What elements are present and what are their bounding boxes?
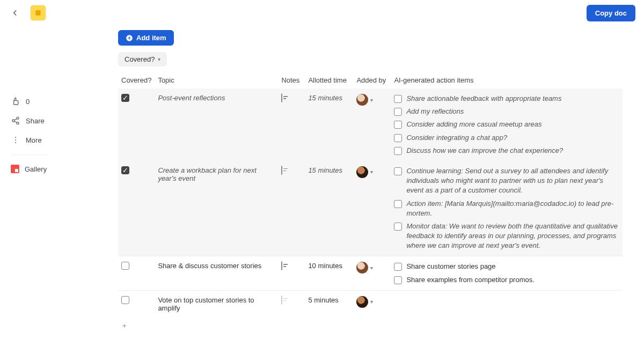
more-icon — [11, 135, 20, 145]
ai-checkbox[interactable] — [394, 121, 402, 129]
svg-rect-0 — [35, 10, 40, 15]
time-cell: 15 minutes — [305, 88, 353, 161]
share-label: Share — [26, 117, 45, 125]
avatar[interactable] — [356, 94, 368, 106]
col-notes: Notes — [278, 72, 305, 88]
covered-checkbox[interactable] — [121, 296, 129, 304]
ai-action-item: Share customer stories page — [394, 262, 619, 271]
covered-checkbox[interactable]: ✓ — [121, 166, 129, 174]
ai-item-text: Share customer stories page — [406, 262, 495, 271]
ai-checkbox[interactable] — [394, 223, 402, 231]
ai-action-item: Consider adding more casual meetup areas — [394, 120, 619, 129]
notes-icon[interactable] — [281, 166, 282, 175]
share-button[interactable]: Share — [11, 116, 64, 125]
avatar[interactable] — [356, 166, 368, 178]
add-row-button[interactable]: + — [118, 317, 623, 334]
chevron-down-icon[interactable]: ▾ — [370, 97, 373, 103]
ai-item-text: Add my reflections — [406, 107, 464, 116]
svg-point-3 — [17, 122, 19, 124]
ai-checkbox[interactable] — [394, 167, 402, 175]
chevron-down-icon[interactable]: ▾ — [370, 169, 373, 175]
agenda-table: Covered? Topic Notes Allotted time Added… — [118, 72, 623, 317]
ai-action-item: Share examples from competitor promos. — [394, 275, 619, 285]
ai-item-text: Action item: [Maria Marquis](mailto:mari… — [406, 199, 619, 218]
ai-action-item: Discuss how we can improve the chat expe… — [394, 146, 619, 156]
topic-cell: Post-event reflections — [155, 88, 278, 161]
ai-item-text: Continue learning: Send out a survey to … — [406, 166, 619, 196]
more-button[interactable]: More — [11, 135, 64, 145]
table-row[interactable]: ✓Post-event reflections15 minutes▾Share … — [118, 88, 623, 161]
ai-item-text: Share actionable feedback with appropria… — [406, 94, 561, 104]
share-icon — [11, 116, 20, 125]
more-label: More — [26, 136, 42, 144]
add-item-button[interactable]: Add item — [118, 30, 174, 46]
avatar[interactable] — [356, 296, 368, 308]
topic-cell: Vote on top customer stories to amplify — [155, 290, 278, 317]
like-button[interactable]: 0 — [11, 97, 64, 106]
ai-checkbox[interactable] — [394, 134, 402, 142]
svg-point-5 — [15, 139, 16, 141]
chevron-down-icon[interactable]: ▾ — [370, 265, 373, 271]
table-row[interactable]: ✓Create a workback plan for next year's … — [118, 161, 623, 256]
svg-point-4 — [15, 137, 16, 138]
ai-action-item: Continue learning: Send out a survey to … — [394, 166, 619, 196]
time-cell: 15 minutes — [305, 161, 353, 256]
ai-action-item: Add my reflections — [394, 107, 619, 116]
col-added: Added by — [353, 72, 391, 88]
covered-checkbox[interactable] — [121, 262, 129, 270]
ai-item-text: Share examples from competitor promos. — [406, 275, 534, 285]
chevron-down-icon: ▾ — [158, 56, 160, 62]
ai-item-text: Discuss how we can improve the chat expe… — [406, 146, 563, 156]
col-topic: Topic — [155, 72, 278, 88]
ai-checkbox[interactable] — [394, 276, 402, 284]
ai-action-item: Consider integrating a chat app? — [394, 133, 619, 143]
copy-doc-button[interactable]: Copy doc — [587, 5, 635, 21]
topic-cell: Share & discuss customer stories — [155, 256, 278, 290]
ai-checkbox[interactable] — [394, 108, 402, 116]
notes-icon[interactable] — [281, 261, 282, 270]
plus-circle-icon — [126, 34, 133, 42]
svg-point-6 — [15, 142, 16, 143]
table-row[interactable]: Vote on top customer stories to amplify5… — [118, 290, 623, 317]
chevron-down-icon[interactable]: ▾ — [370, 299, 373, 305]
svg-point-2 — [12, 120, 14, 122]
notes-icon[interactable] — [281, 93, 282, 102]
avatar[interactable] — [356, 262, 368, 274]
like-count: 0 — [26, 98, 30, 106]
ai-action-item: Share actionable feedback with appropria… — [394, 94, 619, 104]
time-cell: 10 minutes — [305, 256, 353, 290]
back-arrow[interactable] — [9, 6, 21, 19]
ai-checkbox[interactable] — [394, 263, 402, 271]
svg-point-1 — [17, 117, 19, 119]
col-ai: AI-generated action items — [391, 72, 623, 88]
gallery-icon — [11, 165, 19, 173]
ai-checkbox[interactable] — [394, 95, 402, 103]
time-cell: 5 minutes — [305, 290, 353, 317]
ai-item-text: Consider integrating a chat app? — [406, 133, 507, 143]
thumbs-up-icon — [11, 97, 20, 106]
col-covered: Covered? — [118, 72, 155, 88]
notes-icon[interactable] — [281, 295, 282, 305]
ai-item-text: Consider adding more casual meetup areas — [406, 120, 541, 129]
gallery-link[interactable]: Gallery — [11, 165, 64, 173]
ai-checkbox[interactable] — [394, 147, 402, 155]
ai-item-text: Monitor data: We want to review both the… — [406, 221, 619, 251]
ai-action-item: Action item: [Maria Marquis](mailto:mari… — [394, 199, 619, 218]
gallery-label: Gallery — [25, 165, 47, 173]
table-row[interactable]: Share & discuss customer stories10 minut… — [118, 256, 623, 290]
ai-action-item: Monitor data: We want to review both the… — [394, 221, 619, 251]
ai-checkbox[interactable] — [394, 200, 402, 208]
doc-icon[interactable] — [30, 5, 46, 21]
col-time: Allotted time — [305, 72, 353, 88]
covered-checkbox[interactable]: ✓ — [121, 94, 129, 102]
topic-cell: Create a workback plan for next year's e… — [155, 161, 278, 256]
filter-covered[interactable]: Covered? ▾ — [118, 52, 167, 67]
